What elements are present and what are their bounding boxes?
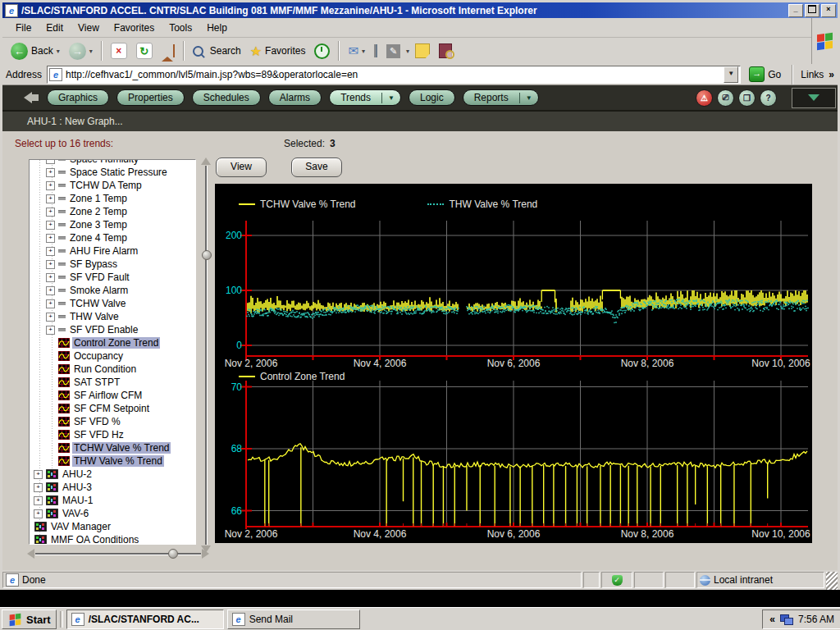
minimize-button[interactable]: _	[788, 4, 803, 17]
tree-item-label[interactable]: Zone 1 Temp	[68, 193, 129, 204]
expand-icon[interactable]: +	[46, 159, 55, 164]
tree-item-tchw-valve[interactable]: +TCHW Valve	[30, 297, 195, 310]
tree-item-label[interactable]: Zone 4 Temp	[68, 232, 129, 244]
menu-item-help[interactable]: Help	[200, 21, 234, 35]
mail-dropdown-icon[interactable]: ▾	[362, 48, 365, 55]
expand-icon[interactable]: +	[34, 483, 43, 492]
expand-icon[interactable]: +	[46, 181, 55, 190]
tree-item-label[interactable]: TCHW DA Temp	[68, 180, 144, 191]
tree-item-label[interactable]: AHU-3	[61, 482, 94, 493]
expand-icon[interactable]: +	[46, 234, 55, 243]
tab-trends[interactable]: Trends▼	[329, 89, 401, 106]
tree-item-label[interactable]: Zone 3 Temp	[68, 219, 129, 231]
tree-item-vav-6[interactable]: +VAV-6	[30, 507, 195, 520]
tree-item-label[interactable]: VAV Manager	[49, 521, 112, 532]
expand-icon[interactable]: +	[46, 286, 55, 295]
expand-icon[interactable]: +	[46, 326, 55, 335]
chevron-down-icon[interactable]: ▼	[381, 93, 400, 103]
address-field[interactable]: e ▼	[47, 66, 741, 84]
menu-item-tools[interactable]: Tools	[162, 21, 199, 35]
expand-icon[interactable]: +	[46, 221, 55, 230]
home-button[interactable]	[158, 43, 178, 58]
tree-item-smoke-alarm[interactable]: +Smoke Alarm	[30, 284, 195, 297]
tree-item-label[interactable]: SAT STPT	[72, 377, 121, 388]
tree-item-tchw-da-temp[interactable]: +TCHW DA Temp	[30, 179, 195, 192]
tree-item-sf-vfd[interactable]: SF VFD %	[30, 415, 195, 428]
tray-chevron-icon[interactable]: «	[769, 614, 775, 625]
expand-icon[interactable]: +	[46, 313, 55, 322]
expand-icon[interactable]: +	[34, 496, 43, 505]
history-button[interactable]	[311, 42, 333, 61]
tree-item-ahu-fire-alarm[interactable]: +AHU Fire Alarm	[30, 244, 195, 258]
alarm-icon[interactable]: ⚠	[696, 89, 713, 107]
address-input[interactable]	[66, 69, 720, 80]
address-dropdown-icon[interactable]: ▼	[724, 66, 738, 83]
tree-item-label[interactable]: Space Humidity	[68, 159, 140, 165]
taskbar-task-slac[interactable]: e /SLAC/STANFORD AC...	[66, 609, 224, 629]
back-dropdown-icon[interactable]: ▾	[57, 48, 60, 55]
chevron-down-icon[interactable]: ▼	[519, 93, 538, 103]
expand-icon[interactable]: +	[46, 260, 55, 269]
network-icon[interactable]	[780, 614, 793, 625]
nav-dropdown[interactable]	[792, 88, 836, 108]
save-button[interactable]: Save	[291, 158, 342, 177]
tree-item-label[interactable]: SF VFD Enable	[68, 324, 139, 336]
tree-item-label[interactable]: SF VFD %	[72, 416, 122, 427]
tree-item-label[interactable]: MMF OA Conditions	[49, 534, 140, 545]
scroll-up-icon[interactable]	[201, 158, 211, 165]
edit-dropdown-icon[interactable]: ▾	[406, 48, 409, 55]
expand-icon[interactable]: +	[46, 208, 55, 217]
resize-grip[interactable]	[826, 572, 838, 590]
links-chevron-icon[interactable]: »	[829, 69, 834, 80]
edit-button[interactable]: ✎	[383, 43, 404, 60]
scrollbar-thumb[interactable]	[202, 250, 212, 260]
printer-icon[interactable]: ⎚	[717, 89, 734, 107]
tree-item-label[interactable]: SF CFM Setpoint	[72, 403, 151, 414]
tab-alarms[interactable]: Alarms	[268, 89, 322, 106]
tree-item-label[interactable]: AHU Fire Alarm	[68, 245, 139, 257]
scroll-left-icon[interactable]	[27, 549, 34, 559]
menu-item-favorites[interactable]: Favorites	[107, 21, 161, 35]
tree-item-zone-3-temp[interactable]: +Zone 3 Temp	[30, 218, 195, 231]
tree-item-tchw-valve-trend[interactable]: TCHW Valve % Trend	[30, 441, 195, 454]
tree-item-sf-vfd-enable[interactable]: +SF VFD Enable	[30, 323, 195, 336]
tree-vertical-scrollbar[interactable]	[200, 158, 212, 553]
expand-icon[interactable]: +	[46, 247, 55, 256]
tree-item-control-zone-trend[interactable]: Control Zone Trend	[30, 336, 195, 349]
expand-icon[interactable]: +	[34, 470, 43, 479]
tree-item-occupancy[interactable]: Occupancy	[30, 349, 195, 363]
tree-item-label[interactable]: SF VFD Hz	[72, 429, 126, 441]
tree-item-sf-bypass[interactable]: +SF Bypass	[30, 258, 195, 271]
tab-graphics[interactable]: Graphics	[47, 89, 109, 106]
tree-item-zone-4-temp[interactable]: +Zone 4 Temp	[30, 231, 195, 244]
tree-item-mmf-oa-conditions[interactable]: MMF OA Conditions	[30, 533, 195, 545]
tree-item-label[interactable]: AHU-2	[61, 468, 94, 480]
taskbar-task-sendmail[interactable]: e Send Mail	[227, 609, 360, 629]
tree-item-zone-2-temp[interactable]: +Zone 2 Temp	[30, 205, 195, 218]
tree-item-ahu-3[interactable]: +AHU-3	[30, 481, 195, 494]
tree-item-label[interactable]: SF VFD Fault	[68, 272, 131, 283]
forward-button[interactable]: → ▾	[66, 41, 96, 62]
tree-item-label[interactable]: VAV-6	[61, 508, 90, 519]
tab-properties[interactable]: Properties	[116, 89, 185, 106]
close-button[interactable]: ×	[821, 4, 836, 17]
start-button[interactable]: Start	[2, 609, 57, 629]
view-button[interactable]: View	[216, 158, 267, 177]
mail-button[interactable]: ✉ ▾	[345, 42, 368, 60]
tree-item-label[interactable]: Run Condition	[72, 363, 138, 375]
tree-item-ahu-2[interactable]: +AHU-2	[30, 468, 195, 481]
tab-logic[interactable]: Logic	[409, 89, 455, 106]
tree-item-sf-vfd-hz[interactable]: SF VFD Hz	[30, 428, 195, 441]
tree-item-label[interactable]: SF Airflow CFM	[72, 390, 144, 401]
trend-tree[interactable]: +Space Humidity+Space Static Pressure+TC…	[29, 159, 196, 545]
stop-button[interactable]: ×	[107, 41, 130, 61]
refresh-button[interactable]: ↻	[133, 41, 156, 61]
tree-item-label[interactable]: TCHW Valve	[68, 298, 127, 309]
notes-button[interactable]	[412, 42, 433, 60]
print-button[interactable]	[371, 43, 381, 58]
menu-item-edit[interactable]: Edit	[39, 21, 70, 35]
nav-back-icon[interactable]	[24, 92, 32, 103]
tree-item-label[interactable]: THW Valve % Trend	[72, 455, 164, 467]
tree-item-space-humidity[interactable]: +Space Humidity	[30, 159, 195, 166]
tree-item-label[interactable]: Smoke Alarm	[68, 285, 130, 296]
